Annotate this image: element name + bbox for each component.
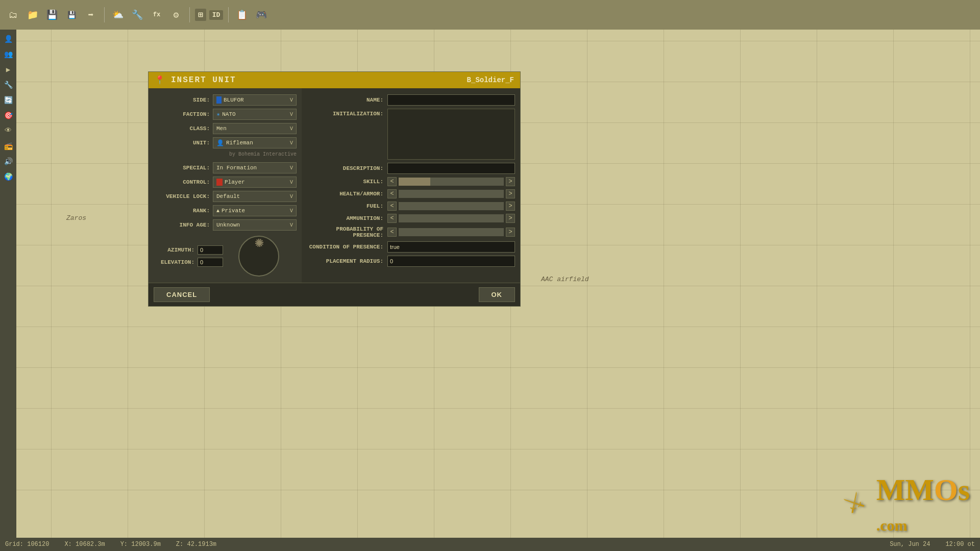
rank-icon: ▲ [216, 208, 219, 214]
right-panel: NAME: INITIALIZATION: DESCRIPTION: SKILL… [302, 88, 520, 283]
probability-row: PROBABILITY OF PRESENCE: < > [307, 226, 515, 238]
scenario-icon[interactable]: 📋 [234, 7, 250, 23]
sidebar-item-group[interactable]: 👥 [1, 47, 15, 61]
probability-decrease-button[interactable]: < [387, 228, 397, 237]
sidebar-item-unit[interactable]: 👤 [1, 32, 15, 46]
name-input[interactable] [387, 94, 515, 106]
condition-row: CONDITION OF PRESENCE: [307, 241, 515, 253]
new-icon[interactable]: 🗂 [5, 7, 21, 23]
ammo-slider-track[interactable] [399, 214, 504, 222]
placement-input[interactable] [387, 256, 515, 267]
fuel-decrease-button[interactable]: < [387, 202, 397, 211]
unit-select[interactable]: 👤 Rifleman V [213, 137, 297, 148]
sidebar-item-view[interactable]: 👁 [1, 123, 15, 138]
open-icon[interactable]: 📁 [24, 7, 41, 23]
cancel-button[interactable]: CANCEL [154, 287, 210, 302]
special-row: SPECIAL: In Formation V [154, 162, 297, 173]
sidebar-item-sound[interactable]: 🔊 [1, 154, 15, 168]
ammo-decrease-button[interactable]: < [387, 214, 397, 223]
skill-slider-track[interactable] [399, 178, 504, 186]
faction-value: NATO [222, 111, 235, 117]
sidebar-item-world[interactable]: 🌍 [1, 169, 15, 184]
health-slider-track[interactable] [399, 190, 504, 198]
azimuth-elevation-section: AZIMUTH: ELEVATION: [154, 236, 297, 277]
rank-value: Private [222, 208, 245, 214]
faction-arrow: V [290, 112, 293, 117]
azimuth-input[interactable] [198, 245, 223, 255]
elevation-row: ELEVATION: [154, 258, 223, 267]
rank-arrow: V [290, 208, 293, 214]
faction-row: FACTION: ✶ NATO V [154, 109, 297, 120]
dialog-title-text: INSERT UNIT [171, 76, 236, 85]
initialization-label: INITIALIZATION: [307, 111, 383, 117]
settings-icon[interactable]: ⚙ [168, 7, 184, 23]
cloud-icon[interactable]: ⛅ [110, 7, 126, 23]
dialog-title: 📍 INSERT UNIT [155, 75, 236, 85]
fuel-slider-track[interactable] [399, 202, 504, 210]
status-z: Z: 42.1913m [176, 541, 216, 548]
save-as-icon[interactable]: 💾 [63, 7, 80, 23]
side-select[interactable]: BLUFOR V [213, 94, 297, 106]
fuel-increase-button[interactable]: > [506, 202, 515, 211]
condition-input[interactable] [387, 241, 515, 253]
side-label: SIDE: [154, 97, 210, 103]
special-select[interactable]: In Formation V [213, 162, 297, 173]
description-label: DESCRIPTION: [307, 165, 383, 171]
probability-slider-track[interactable] [399, 228, 504, 236]
save-icon[interactable]: 💾 [44, 7, 60, 23]
name-row: NAME: [307, 94, 515, 106]
sidebar-item-sync[interactable]: 🔄 [1, 93, 15, 107]
health-decrease-button[interactable]: < [387, 189, 397, 198]
map-label-zaros: Zaros [66, 214, 86, 222]
ammo-increase-button[interactable]: > [506, 214, 515, 223]
vehicle-lock-arrow: V [290, 194, 293, 199]
placement-row: PLACEMENT RADIUS: [307, 256, 515, 267]
separator-3 [228, 7, 229, 22]
skill-decrease-button[interactable]: < [387, 177, 397, 186]
initialization-row: INITIALIZATION: [307, 109, 515, 160]
control-row: CONTROL: Player V [154, 177, 297, 188]
status-grid: Grid: 106120 [5, 541, 49, 548]
insert-unit-dialog: 📍 INSERT UNIT B_Soldier_F SIDE: BLUFOR V [148, 71, 521, 307]
tools-icon[interactable]: 🔧 [129, 7, 145, 23]
health-increase-button[interactable]: > [506, 189, 515, 198]
export-icon[interactable]: ➡ [83, 7, 99, 23]
control-select[interactable]: Player V [213, 177, 297, 188]
unit-icon: 👤 [216, 139, 224, 147]
left-panel: SIDE: BLUFOR V FACTION: ✶ NATO [149, 88, 302, 283]
initialization-textarea[interactable] [387, 109, 515, 160]
unit-arrow: V [290, 140, 293, 146]
fx-icon[interactable]: fx [149, 7, 165, 23]
ok-button[interactable]: OK [479, 287, 516, 302]
info-age-select[interactable]: Unknown V [213, 219, 297, 231]
vehicle-lock-label: VEHICLE LOCK: [154, 193, 210, 199]
elevation-input[interactable] [198, 258, 223, 267]
description-row: DESCRIPTION: [307, 163, 515, 174]
credit-text: by Bohemia Interactive [154, 152, 297, 157]
sidebar-item-target[interactable]: 🎯 [1, 108, 15, 122]
skill-row: SKILL: < > [307, 177, 515, 186]
control-value: Player [225, 179, 245, 185]
skill-increase-button[interactable]: > [506, 177, 515, 186]
fuel-row: FUEL: < > [307, 202, 515, 211]
sidebar-item-radio[interactable]: 📻 [1, 139, 15, 153]
dialog-unit-id: B_Soldier_F [467, 76, 514, 84]
vehicle-lock-select[interactable]: Default V [213, 191, 297, 202]
grid-button[interactable]: ⊞ [195, 9, 206, 21]
sidebar-item-play[interactable]: ▶ [1, 62, 15, 77]
rank-select[interactable]: ▲ Private V [213, 205, 297, 216]
special-arrow: V [290, 165, 293, 171]
skill-label: SKILL: [307, 179, 383, 185]
class-arrow: V [290, 126, 293, 132]
id-button[interactable]: ID [209, 10, 224, 20]
description-input[interactable] [387, 163, 515, 174]
info-age-arrow: V [290, 222, 293, 228]
dialog-footer: CANCEL OK [149, 283, 520, 306]
class-select[interactable]: Men V [213, 123, 297, 134]
steam-icon[interactable]: 🎮 [253, 7, 270, 23]
probability-increase-button[interactable]: > [506, 228, 515, 237]
faction-select[interactable]: ✶ NATO V [213, 109, 297, 120]
separator-2 [189, 7, 190, 22]
status-x: X: 10682.3m [64, 541, 105, 548]
sidebar-item-tools[interactable]: 🔧 [1, 78, 15, 92]
